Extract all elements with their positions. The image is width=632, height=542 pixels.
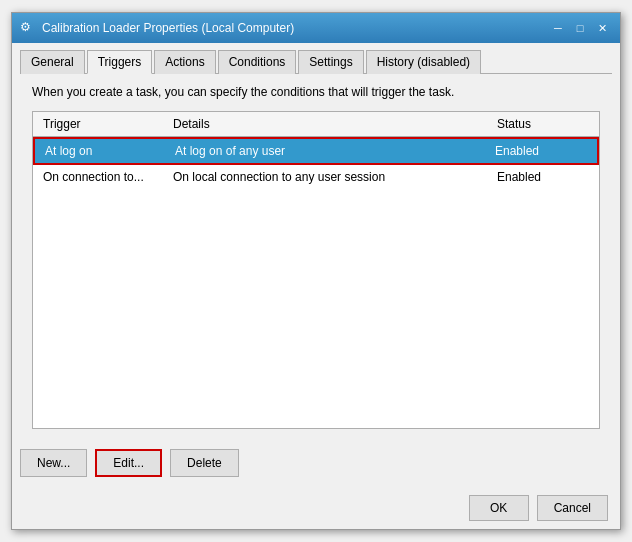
edit-button[interactable]: Edit... [95,449,162,477]
title-bar: ⚙ Calibration Loader Properties (Local C… [12,13,620,43]
ok-button[interactable]: OK [469,495,529,521]
delete-button[interactable]: Delete [170,449,239,477]
tab-history[interactable]: History (disabled) [366,50,481,74]
row2-trigger: On connection to... [39,168,169,186]
row2-status: Enabled [493,168,593,186]
window-icon: ⚙ [20,20,36,36]
col-status: Status [493,115,593,133]
description-text: When you create a task, you can specify … [32,84,600,101]
tab-conditions[interactable]: Conditions [218,50,297,74]
main-window: ⚙ Calibration Loader Properties (Local C… [11,12,621,530]
maximize-button[interactable]: □ [570,19,590,37]
triggers-table: Trigger Details Status At log on At log … [32,111,600,429]
table-row[interactable]: At log on At log on of any user Enabled [33,137,599,165]
title-bar-buttons: ─ □ ✕ [548,19,612,37]
table-row[interactable]: On connection to... On local connection … [33,165,599,189]
tab-settings[interactable]: Settings [298,50,363,74]
row2-details: On local connection to any user session [169,168,493,186]
content-area: When you create a task, you can specify … [20,73,612,439]
minimize-button[interactable]: ─ [548,19,568,37]
button-bar: New... Edit... Delete [12,439,620,487]
row1-details: At log on of any user [171,142,491,160]
table-header: Trigger Details Status [33,112,599,137]
tab-bar: General Triggers Actions Conditions Sett… [12,43,620,73]
window-title: Calibration Loader Properties (Local Com… [42,21,294,35]
row1-trigger: At log on [41,142,171,160]
tab-general[interactable]: General [20,50,85,74]
col-trigger: Trigger [39,115,169,133]
tab-triggers[interactable]: Triggers [87,50,153,74]
col-details: Details [169,115,493,133]
close-button[interactable]: ✕ [592,19,612,37]
title-bar-left: ⚙ Calibration Loader Properties (Local C… [20,20,294,36]
new-button[interactable]: New... [20,449,87,477]
bottom-bar: OK Cancel [12,487,620,529]
row1-status: Enabled [491,142,591,160]
cancel-button[interactable]: Cancel [537,495,608,521]
table-body: At log on At log on of any user Enabled … [33,137,599,428]
tab-actions[interactable]: Actions [154,50,215,74]
